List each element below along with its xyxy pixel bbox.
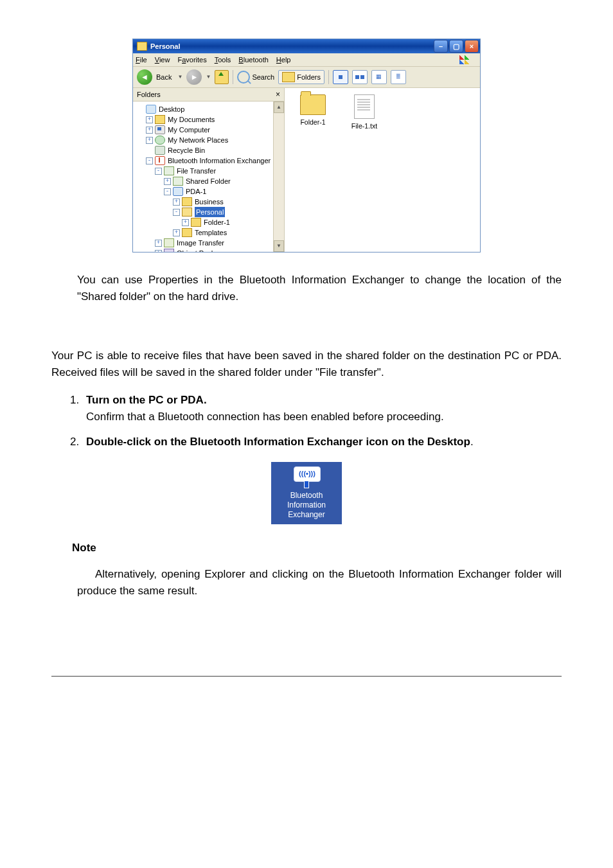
expand-icon[interactable]: + — [146, 137, 153, 144]
tree-bt-exchanger[interactable]: -Bluetooth Information Exchanger — [137, 155, 273, 166]
file-icon — [354, 94, 375, 119]
view-tiles-button[interactable]: ▦ — [371, 70, 387, 84]
menu-favorites[interactable]: Favorites — [177, 55, 206, 66]
collapse-icon[interactable]: - — [173, 209, 180, 216]
step-1: Turn on the PC or PDA. Confirm that a Bl… — [82, 392, 562, 425]
recycle-icon — [155, 146, 165, 155]
tree-object-push[interactable]: +Object Push — [137, 248, 273, 252]
computer-icon — [155, 125, 165, 134]
menubar: File View Favorites Tools Bluetooth Help — [133, 53, 480, 67]
content-folder1[interactable]: Folder-1 — [294, 94, 332, 132]
folders-tree-title: Folders — [137, 89, 276, 100]
tree-recyclebin[interactable]: Recycle Bin — [137, 145, 273, 155]
titlebar: Personal – ▢ × — [133, 39, 480, 53]
maximize-button[interactable]: ▢ — [449, 40, 463, 53]
tree-shared-folder[interactable]: +Shared Folder — [137, 176, 273, 186]
folder-icon — [191, 218, 201, 227]
steps-list: Turn on the PC or PDA. Confirm that a Bl… — [66, 392, 562, 450]
explorer-body: Folders × Desktop +My Documents +My Comp… — [133, 88, 480, 252]
folders-tree-header: Folders × — [133, 88, 284, 102]
bluetooth-exchanger-desktop-icon[interactable]: Bluetooth Information Exchanger — [271, 462, 342, 524]
collapse-icon[interactable]: - — [155, 168, 162, 175]
search-button[interactable]: Search — [237, 71, 274, 84]
paragraph-shared-folder-properties: You can use Properties in the Bluetooth … — [77, 272, 562, 305]
item-label: Folder-1 — [300, 118, 325, 128]
bluetooth-icon — [155, 156, 165, 165]
footer-rule — [51, 676, 562, 677]
expand-icon[interactable]: + — [155, 250, 162, 252]
expand-icon[interactable]: + — [155, 240, 162, 247]
scroll-down-icon[interactable]: ▼ — [274, 240, 284, 252]
minimize-button[interactable]: – — [434, 40, 448, 53]
menu-tools[interactable]: Tools — [215, 55, 231, 66]
scroll-track[interactable] — [274, 113, 284, 240]
folders-tree-body: Desktop +My Documents +My Computer +My N… — [133, 102, 284, 252]
note-heading: Note — [72, 540, 562, 556]
menu-view[interactable]: View — [155, 55, 170, 66]
network-icon — [155, 136, 165, 145]
menu-file[interactable]: File — [136, 55, 147, 66]
forward-caret: ▼ — [206, 73, 211, 81]
tree-file-transfer[interactable]: -File Transfer — [137, 166, 273, 176]
tree-personal[interactable]: -Personal — [137, 207, 273, 217]
folder-icon — [155, 115, 165, 124]
toolbar-separator — [233, 70, 233, 84]
tree-desktop[interactable]: Desktop — [137, 104, 273, 114]
tree-mynetwork[interactable]: +My Network Places — [137, 135, 273, 145]
menu-bluetooth[interactable]: Bluetooth — [238, 55, 269, 66]
folders-icon — [282, 72, 295, 82]
expand-icon[interactable]: + — [173, 199, 180, 206]
open-folder-icon — [182, 208, 192, 217]
folders-tree[interactable]: Desktop +My Documents +My Computer +My N… — [133, 102, 273, 252]
tree-mydocuments[interactable]: +My Documents — [137, 114, 273, 125]
content-file1[interactable]: File-1.txt — [345, 94, 384, 132]
close-panel-button[interactable]: × — [276, 89, 280, 100]
tree-image-transfer[interactable]: +Image Transfer — [137, 238, 273, 248]
close-button[interactable]: × — [465, 40, 479, 53]
scroll-up-icon[interactable]: ▲ — [274, 102, 284, 113]
search-icon — [237, 71, 250, 84]
windows-flag-icon — [459, 55, 470, 64]
step2-title: Double-click on the Bluetooth Informatio… — [86, 436, 470, 448]
tree-mycomputer[interactable]: +My Computer — [137, 125, 273, 135]
bt-icon-label-3: Exchanger — [274, 510, 339, 520]
tree-scrollbar[interactable]: ▲ ▼ — [273, 102, 284, 252]
view-list-button[interactable] — [352, 70, 368, 84]
expand-icon[interactable]: + — [146, 116, 153, 123]
step2-tail: . — [470, 436, 474, 448]
folder-icon — [300, 94, 326, 115]
expand-icon[interactable]: + — [173, 229, 180, 236]
back-label[interactable]: Back ▼ — [156, 72, 182, 83]
paragraph-receive-files: Your PC is able to receive files that ha… — [51, 348, 562, 380]
folders-tree-panel: Folders × Desktop +My Documents +My Comp… — [133, 88, 285, 252]
tree-pda1[interactable]: -PDA-1 — [137, 186, 273, 197]
toolbar-separator-2 — [328, 70, 329, 84]
tree-business[interactable]: +Business — [137, 197, 273, 207]
folder-icon — [182, 197, 192, 206]
content-items: Folder-1 File-1.txt — [294, 94, 471, 132]
up-button[interactable] — [215, 70, 229, 84]
step-2: Double-click on the Bluetooth Informatio… — [82, 434, 562, 450]
desktop-icon — [146, 105, 156, 114]
content-panel[interactable]: Folder-1 File-1.txt — [285, 88, 480, 252]
expand-icon[interactable]: + — [164, 178, 171, 185]
bt-icon-label-1: Bluetooth — [274, 491, 339, 500]
view-details-button[interactable]: ≣ — [391, 70, 406, 84]
expand-icon[interactable]: + — [146, 127, 153, 134]
tree-templates[interactable]: +Templates — [137, 227, 273, 238]
folder-icon — [137, 42, 147, 51]
view-icons-button[interactable] — [333, 70, 348, 84]
expand-icon[interactable]: + — [182, 219, 189, 226]
folders-button[interactable]: Folders — [278, 70, 324, 85]
collapse-icon[interactable]: - — [146, 157, 153, 164]
note-body: Alternatively, opening Explorer and clic… — [77, 566, 562, 599]
collapse-icon[interactable]: - — [164, 188, 171, 195]
forward-button[interactable]: ► — [186, 69, 202, 85]
menu-help[interactable]: Help — [276, 55, 291, 66]
tree-folder1[interactable]: +Folder-1 — [137, 217, 273, 227]
page: Personal – ▢ × File View Favorites Tools… — [51, 39, 562, 677]
object-push-icon — [164, 249, 174, 252]
shared-folder-icon — [173, 177, 183, 186]
window-title: Personal — [150, 41, 434, 52]
back-button[interactable]: ◄ — [137, 69, 152, 85]
